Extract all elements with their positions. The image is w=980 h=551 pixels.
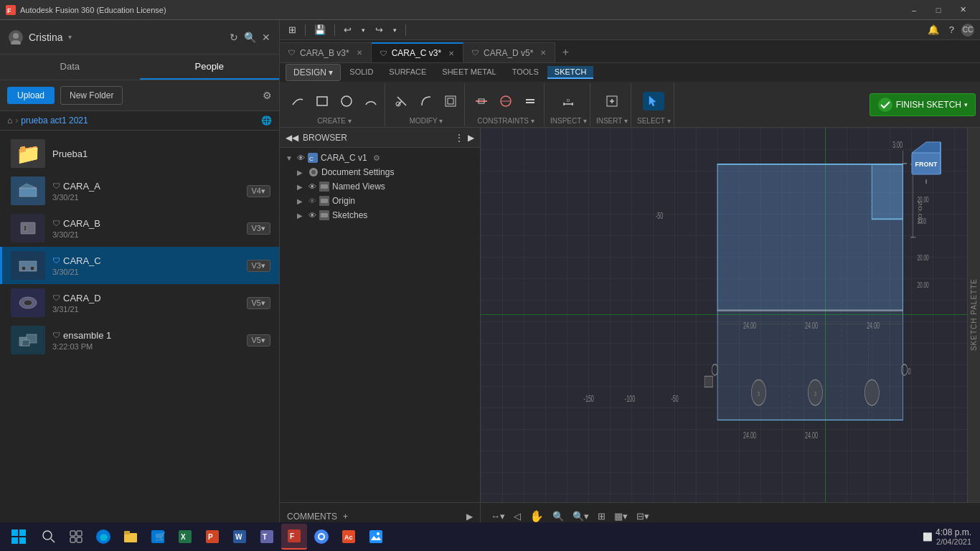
- notification-icon[interactable]: 🔔: [925, 24, 942, 35]
- breadcrumb-world-icon[interactable]: 🌐: [261, 116, 272, 126]
- zoom-window-button[interactable]: 🔍▾: [570, 509, 592, 523]
- user-icon[interactable]: CC: [961, 24, 974, 37]
- taskbar-start-button[interactable]: [3, 523, 34, 550]
- taskbar-teams-button[interactable]: T: [254, 524, 280, 550]
- expand-arrow-icon[interactable]: ▶: [297, 169, 306, 176]
- equal-constraint-button[interactable]: [519, 92, 541, 110]
- user-dropdown-arrow[interactable]: ▾: [68, 33, 72, 41]
- version-badge[interactable]: V3▾: [247, 222, 270, 235]
- browser-named-views[interactable]: ▶ 👁 Named Views: [280, 179, 480, 194]
- look-at-button[interactable]: ◁: [511, 509, 524, 523]
- add-comment-icon[interactable]: +: [343, 512, 348, 522]
- select-tool-button[interactable]: [643, 92, 664, 110]
- ribbon-tab-surface[interactable]: SURFACE: [382, 66, 433, 79]
- tab-close-icon[interactable]: ✕: [540, 49, 546, 57]
- eye-icon[interactable]: 👁: [308, 211, 316, 220]
- line-tool-button[interactable]: [287, 92, 308, 110]
- design-dropdown-button[interactable]: DESIGN ▾: [286, 64, 341, 81]
- redo-dropdown-icon[interactable]: ▾: [390, 27, 400, 34]
- version-badge[interactable]: V5▾: [247, 297, 270, 309]
- home-icon[interactable]: ⌂: [7, 116, 12, 126]
- expand-arrow-icon[interactable]: ▶: [297, 197, 306, 205]
- taskbar-excel-button[interactable]: X: [172, 524, 198, 550]
- taskbar-photos-button[interactable]: [363, 524, 389, 550]
- undo-dropdown-icon[interactable]: ▾: [359, 27, 368, 34]
- browser-options-icon[interactable]: ⋮: [455, 133, 463, 143]
- tab-people[interactable]: People: [140, 55, 280, 80]
- taskbar-store-button[interactable]: 🛒: [145, 524, 171, 550]
- eye-icon[interactable]: 👁: [308, 182, 316, 191]
- version-badge[interactable]: V3▾: [247, 260, 270, 272]
- taskbar-search-button[interactable]: [36, 524, 62, 550]
- redo-icon[interactable]: ↪: [372, 24, 386, 35]
- list-item[interactable]: 🛡 CARA_D 3/31/21 V5▾: [0, 284, 279, 321]
- minimize-button[interactable]: –: [903, 0, 925, 20]
- save-icon[interactable]: 💾: [311, 24, 329, 35]
- horizontal-constraint-button[interactable]: [471, 92, 492, 110]
- ribbon-tab-solid[interactable]: SOLID: [342, 66, 380, 79]
- taskbar-acrobat-button[interactable]: Ac: [336, 524, 362, 550]
- maximize-button[interactable]: □: [927, 0, 950, 20]
- add-tab-button[interactable]: +: [555, 42, 575, 62]
- ribbon-tab-tools[interactable]: TOOLS: [505, 66, 546, 79]
- clock[interactable]: 4:08 p.m. 2/04/2021: [936, 527, 971, 546]
- finish-sketch-button[interactable]: FINISH SKETCH ▾: [870, 93, 976, 116]
- view-settings-button[interactable]: ⊟▾: [633, 509, 652, 523]
- ribbon-tab-sketch[interactable]: SKETCH: [547, 66, 594, 79]
- ribbon-tab-sheet-metal[interactable]: SHEET METAL: [435, 66, 503, 79]
- tab-cara-d[interactable]: 🛡 CARA_D v5* ✕: [463, 42, 555, 62]
- browser-sketches[interactable]: ▶ 👁 Sketches: [280, 208, 480, 222]
- orbit-tool-button[interactable]: ↔▾: [488, 509, 508, 523]
- taskbar-powerpoint-button[interactable]: P: [199, 524, 225, 550]
- refresh-icon[interactable]: ↻: [230, 32, 238, 43]
- eye-icon[interactable]: 👁: [297, 154, 305, 162]
- settings-icon[interactable]: ⚙: [263, 90, 272, 101]
- sketch-palette[interactable]: SKETCH PALETTE: [967, 128, 980, 502]
- taskbar-edge-button[interactable]: [90, 524, 116, 550]
- taskbar-explorer-button[interactable]: [118, 524, 143, 550]
- tab-data[interactable]: Data: [0, 55, 140, 80]
- browser-document-settings[interactable]: ▶ Document Settings: [280, 165, 480, 179]
- circle-tool-button[interactable]: [336, 92, 357, 110]
- version-badge[interactable]: V4▾: [247, 185, 270, 197]
- expand-arrow-icon[interactable]: ▼: [286, 154, 294, 162]
- view-cube[interactable]: FRONT: [901, 135, 951, 185]
- canvas-area[interactable]: 3.00 20.00 20.00 3.00 20.00 24.00 24.00 …: [481, 128, 980, 502]
- tab-cara-b[interactable]: 🛡 CARA_B v3* ✕: [280, 42, 372, 62]
- zoom-button[interactable]: 🔍: [550, 509, 567, 523]
- list-item[interactable]: 📁 Prueba1: [0, 135, 279, 172]
- dimension-tool-button[interactable]: D: [557, 92, 579, 110]
- close-panel-icon[interactable]: ✕: [262, 32, 270, 43]
- taskbar-task-view-button[interactable]: [63, 524, 89, 550]
- taskbar-chrome-button[interactable]: [308, 524, 334, 550]
- perpendicular-constraint-button[interactable]: [495, 92, 517, 110]
- browser-collapse-right-icon[interactable]: ▶: [468, 133, 474, 143]
- list-item[interactable]: 🛡 CARA_C 3/30/21 V3▾: [0, 247, 279, 284]
- display-settings-button[interactable]: ▦▾: [611, 509, 631, 523]
- tab-cara-c[interactable]: 🛡 CARA_C v3* ✕: [372, 42, 463, 62]
- expand-arrow-icon[interactable]: ▶: [297, 183, 306, 191]
- browser-item-settings-icon[interactable]: ⚙: [373, 154, 380, 163]
- tab-close-icon[interactable]: ✕: [448, 50, 454, 57]
- version-badge[interactable]: V5▾: [247, 334, 270, 347]
- fillet-tool-button[interactable]: [415, 92, 437, 110]
- rectangle-tool-button[interactable]: [311, 92, 333, 110]
- breadcrumb-project[interactable]: prueba act1 2021: [21, 116, 88, 126]
- help-icon[interactable]: ?: [946, 24, 957, 35]
- eye-icon[interactable]: 👁: [308, 197, 316, 205]
- search-icon[interactable]: 🔍: [244, 32, 256, 43]
- taskbar-fusion-button[interactable]: F: [281, 524, 307, 550]
- new-folder-button[interactable]: New Folder: [60, 86, 123, 105]
- finish-sketch-dropdown[interactable]: ▾: [964, 101, 968, 108]
- insert-tool-button[interactable]: [601, 92, 623, 110]
- undo-icon[interactable]: ↩: [341, 24, 354, 35]
- tab-close-icon[interactable]: ✕: [357, 49, 362, 57]
- close-button[interactable]: ✕: [951, 0, 974, 20]
- browser-collapse-icon[interactable]: ◀◀: [286, 133, 298, 143]
- list-item[interactable]: 🛡 ensamble 1 3:22:03 PM V5▾: [0, 321, 279, 359]
- trim-tool-button[interactable]: [391, 92, 413, 110]
- arc-tool-button[interactable]: [360, 92, 382, 110]
- comments-toggle-icon[interactable]: ▶: [466, 512, 473, 522]
- expand-arrow-icon[interactable]: ▶: [297, 212, 306, 220]
- list-item[interactable]: 🛡 CARA_A 3/30/21 V4▾: [0, 172, 279, 209]
